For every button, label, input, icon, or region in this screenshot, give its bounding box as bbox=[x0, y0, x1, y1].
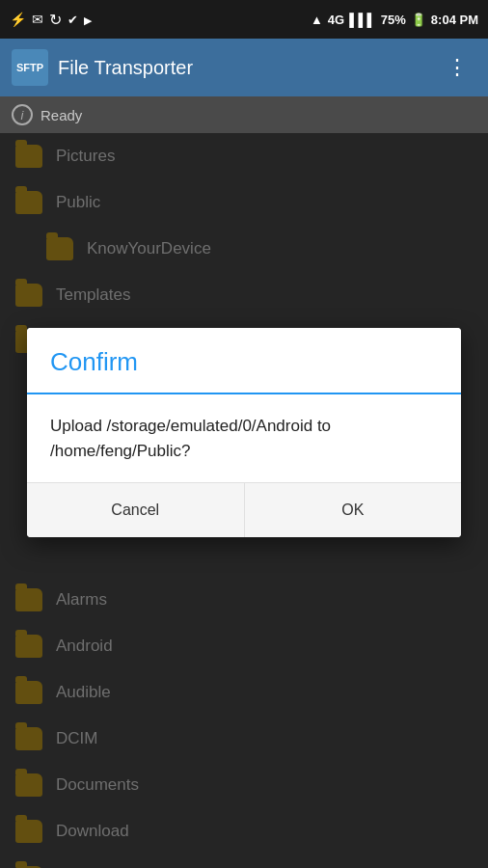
cancel-button[interactable]: Cancel bbox=[27, 483, 245, 537]
network-label: 4G bbox=[328, 13, 344, 27]
confirm-dialog: Confirm Upload /storage/emulated/0/Andro… bbox=[27, 328, 461, 537]
usb-icon bbox=[10, 12, 26, 27]
signal-icon: ▌▌▌ bbox=[349, 13, 376, 27]
status-bar-left bbox=[10, 11, 92, 29]
app-title: File Transporter bbox=[58, 57, 429, 79]
mail-icon bbox=[32, 12, 43, 27]
dialog-message: Upload /storage/emulated/0/Android to /h… bbox=[50, 414, 438, 463]
info-icon: i bbox=[12, 104, 33, 125]
sub-bar: i Ready bbox=[0, 96, 488, 133]
play-icon bbox=[84, 13, 92, 27]
battery-icon: 🔋 bbox=[411, 13, 426, 27]
dialog-content: Upload /storage/emulated/0/Android to /h… bbox=[27, 394, 461, 482]
dialog-title-area: Confirm bbox=[27, 328, 461, 394]
status-text: Ready bbox=[41, 107, 82, 123]
dialog-buttons: Cancel OK bbox=[27, 482, 461, 537]
app-icon: SFTP bbox=[12, 49, 48, 86]
dialog-title: Confirm bbox=[50, 347, 438, 377]
time-label: 8:04 PM bbox=[431, 13, 478, 27]
check-icon bbox=[68, 13, 78, 27]
overflow-menu-button[interactable]: ⋮ bbox=[439, 51, 476, 84]
battery-label: 75% bbox=[381, 13, 406, 27]
wifi-icon bbox=[311, 13, 323, 27]
app-bar: SFTP File Transporter ⋮ bbox=[0, 39, 488, 96]
status-bar-right: 4G ▌▌▌ 75% 🔋 8:04 PM bbox=[311, 13, 478, 27]
ok-button[interactable]: OK bbox=[245, 483, 462, 537]
status-bar: 4G ▌▌▌ 75% 🔋 8:04 PM bbox=[0, 0, 488, 39]
refresh-icon bbox=[49, 11, 62, 29]
